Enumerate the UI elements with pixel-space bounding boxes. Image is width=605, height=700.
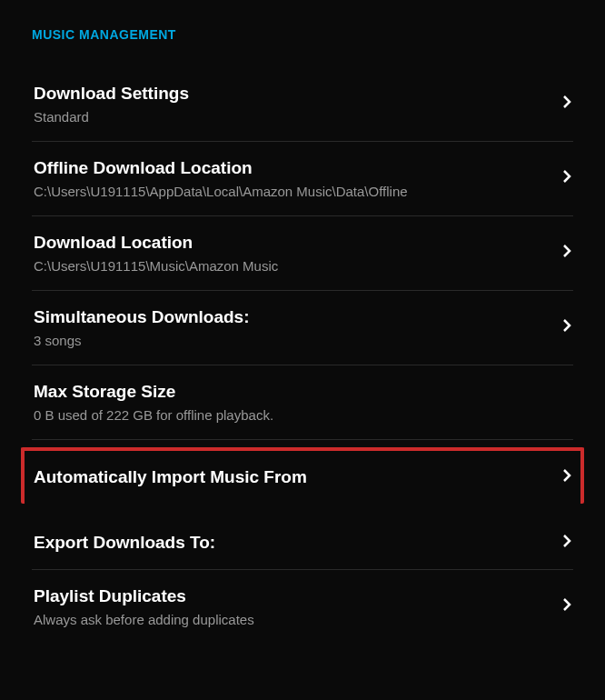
setting-export-downloads[interactable]: Export Downloads To: — [32, 516, 573, 570]
setting-download-settings[interactable]: Download Settings Standard — [32, 67, 573, 142]
setting-subtitle: C:\Users\U191115\AppData\Local\Amazon Mu… — [34, 184, 551, 199]
setting-title: Download Location — [34, 233, 551, 253]
section-header: MUSIC MANAGEMENT — [32, 27, 573, 42]
chevron-right-icon — [562, 244, 571, 263]
setting-download-location[interactable]: Download Location C:\Users\U191115\Music… — [32, 216, 573, 291]
setting-text: Download Settings Standard — [34, 84, 551, 125]
setting-text: Max Storage Size 0 B used of 222 GB for … — [34, 382, 551, 423]
setting-title: Simultaneous Downloads: — [34, 307, 551, 327]
setting-title: Automatically Import Music From — [34, 467, 551, 487]
setting-playlist-duplicates[interactable]: Playlist Duplicates Always ask before ad… — [32, 570, 573, 644]
setting-text: Simultaneous Downloads: 3 songs — [34, 307, 551, 348]
setting-title: Download Settings — [34, 84, 551, 104]
setting-subtitle: 3 songs — [34, 333, 551, 348]
setting-subtitle: Standard — [34, 109, 551, 125]
chevron-right-icon — [562, 95, 571, 114]
chevron-right-icon — [562, 318, 571, 337]
setting-text: Offline Download Location C:\Users\U1911… — [34, 158, 551, 199]
setting-text: Playlist Duplicates Always ask before ad… — [34, 586, 551, 627]
setting-text: Automatically Import Music From — [34, 467, 551, 487]
setting-max-storage-size[interactable]: Max Storage Size 0 B used of 222 GB for … — [32, 365, 573, 440]
setting-subtitle: 0 B used of 222 GB for offline playback. — [34, 407, 551, 423]
settings-list: Download Settings Standard Offline Downl… — [32, 67, 573, 644]
setting-title: Playlist Duplicates — [34, 586, 551, 606]
setting-text: Download Location C:\Users\U191115\Music… — [34, 233, 551, 274]
setting-text: Export Downloads To: — [34, 533, 551, 553]
setting-subtitle: Always ask before adding duplicates — [34, 612, 551, 627]
setting-offline-download-location[interactable]: Offline Download Location C:\Users\U1911… — [32, 142, 573, 216]
setting-simultaneous-downloads[interactable]: Simultaneous Downloads: 3 songs — [32, 291, 573, 365]
chevron-right-icon — [562, 169, 571, 188]
setting-title: Export Downloads To: — [34, 533, 551, 553]
chevron-right-icon — [562, 468, 571, 487]
setting-subtitle: C:\Users\U191115\Music\Amazon Music — [34, 258, 551, 274]
setting-title: Max Storage Size — [34, 382, 551, 402]
chevron-right-icon — [562, 534, 571, 553]
setting-auto-import-music[interactable]: Automatically Import Music From — [21, 447, 584, 504]
setting-title: Offline Download Location — [34, 158, 551, 178]
chevron-right-icon — [562, 597, 571, 616]
